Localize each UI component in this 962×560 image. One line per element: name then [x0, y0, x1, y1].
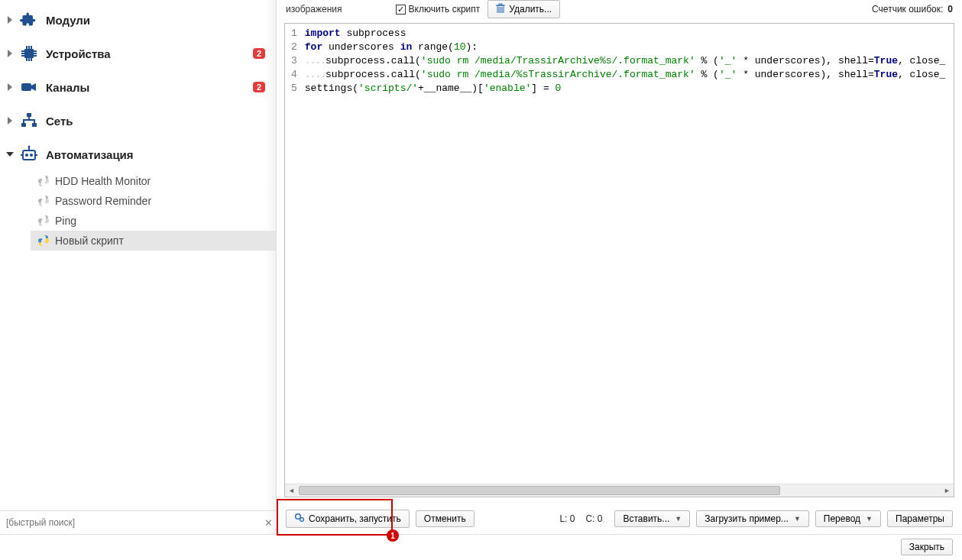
- caret-down-icon: ▼: [866, 515, 873, 523]
- python-icon: [37, 214, 50, 228]
- puzzle-icon: [18, 11, 40, 29]
- horizontal-scrollbar[interactable]: ◄ ►: [285, 484, 954, 497]
- chevron-right-icon: [5, 115, 15, 126]
- sidebar-item-label: Сеть: [46, 115, 270, 128]
- script-item-label: HDD Health Monitor: [55, 175, 151, 187]
- main-panel: изображения ✓ Включить скрипт Удалить...…: [277, 0, 962, 534]
- toolbar-bottom: Сохранить, запустить Отменить L: 0 C: 0 …: [277, 502, 962, 534]
- load-example-dropdown[interactable]: Загрузить пример...▼: [696, 510, 809, 527]
- chip-icon: [18, 44, 40, 63]
- script-item-ping[interactable]: Ping: [31, 211, 276, 231]
- sidebar-item-network[interactable]: Сеть: [0, 104, 276, 138]
- annotation-marker: 1: [387, 529, 399, 542]
- robot-icon: [18, 145, 40, 163]
- chevron-down-icon: [5, 149, 15, 160]
- svg-rect-0: [24, 49, 34, 58]
- scroll-right-icon[interactable]: ►: [941, 484, 954, 497]
- close-button[interactable]: Закрыть: [901, 539, 953, 555]
- svg-rect-13: [21, 83, 31, 91]
- scroll-left-icon[interactable]: ◄: [285, 484, 298, 497]
- trash-icon: [496, 3, 505, 15]
- insert-dropdown[interactable]: Вставить...▼: [614, 510, 690, 527]
- caret-down-icon: ▼: [794, 515, 801, 523]
- sidebar-item-label: Автоматизация: [46, 148, 270, 161]
- cancel-button[interactable]: Отменить: [416, 510, 475, 527]
- chevron-right-icon: [5, 82, 15, 92]
- sidebar-item-automation[interactable]: Автоматизация: [0, 138, 276, 171]
- gears-icon: [294, 513, 305, 525]
- svg-point-19: [30, 154, 33, 157]
- save-run-button[interactable]: Сохранить, запустить: [286, 510, 410, 528]
- script-item-label: Ping: [55, 215, 76, 227]
- script-item-password[interactable]: Password Reminder: [31, 191, 276, 211]
- checkbox-checked-icon: ✓: [396, 5, 406, 15]
- sidebar-item-modules[interactable]: Модули: [0, 3, 276, 37]
- svg-point-30: [296, 514, 301, 520]
- search-input[interactable]: [0, 513, 261, 532]
- script-item-label: Password Reminder: [55, 195, 151, 207]
- sidebar-item-channels[interactable]: Каналы 2: [0, 70, 276, 104]
- translate-dropdown[interactable]: Перевод▼: [815, 510, 881, 527]
- enable-script-checkbox[interactable]: ✓ Включить скрипт: [396, 4, 481, 15]
- clear-icon[interactable]: ✕: [261, 517, 276, 529]
- status-badge: 2: [253, 82, 265, 92]
- python-icon: [37, 174, 50, 188]
- camera-icon: [18, 78, 40, 96]
- svg-point-31: [300, 518, 304, 522]
- error-counter: Счетчик ошибок: 0: [872, 4, 953, 15]
- svg-rect-17: [23, 151, 35, 160]
- sidebar-item-label: Модули: [46, 14, 270, 27]
- cursor-status: L: 0 C: 0: [559, 513, 602, 524]
- svg-rect-14: [27, 113, 31, 117]
- svg-rect-15: [21, 123, 26, 127]
- code-area[interactable]: import subprocessfor underscores in rang…: [302, 24, 954, 484]
- python-icon: [37, 234, 50, 248]
- caret-down-icon: ▼: [675, 515, 682, 523]
- svg-rect-16: [32, 123, 37, 127]
- line-gutter: 12345: [285, 24, 302, 484]
- svg-point-18: [25, 154, 28, 157]
- quick-search: ✕: [0, 510, 276, 534]
- status-badge: 2: [253, 48, 265, 59]
- network-icon: [18, 112, 40, 130]
- script-item-hdd[interactable]: HDD Health Monitor: [31, 171, 276, 191]
- images-label: изображения: [286, 4, 342, 15]
- automation-children: HDD Health Monitor Password Reminder Pin…: [0, 171, 276, 251]
- delete-button[interactable]: Удалить...: [487, 0, 560, 18]
- enable-script-label: Включить скрипт: [409, 4, 481, 15]
- scrollbar-thumb[interactable]: [299, 486, 780, 495]
- sidebar-item-devices[interactable]: Устройства 2: [0, 37, 276, 70]
- params-button[interactable]: Параметры: [887, 510, 953, 527]
- svg-point-21: [28, 146, 31, 148]
- nav-tree: Модули Устройства 2 Каналы: [0, 0, 276, 510]
- sidebar: Модули Устройства 2 Каналы: [0, 0, 277, 534]
- chevron-right-icon: [5, 15, 15, 25]
- script-item-label: Новый скрипт: [55, 235, 124, 247]
- code-editor[interactable]: 12345 import subprocessfor underscores i…: [284, 23, 954, 497]
- svg-rect-26: [499, 4, 502, 5]
- sidebar-item-label: Устройства: [46, 47, 253, 60]
- chevron-right-icon: [5, 48, 15, 59]
- sidebar-item-label: Каналы: [46, 81, 253, 94]
- script-item-new[interactable]: Новый скрипт: [31, 231, 276, 251]
- toolbar-top: изображения ✓ Включить скрипт Удалить...…: [277, 0, 962, 23]
- python-icon: [37, 194, 50, 208]
